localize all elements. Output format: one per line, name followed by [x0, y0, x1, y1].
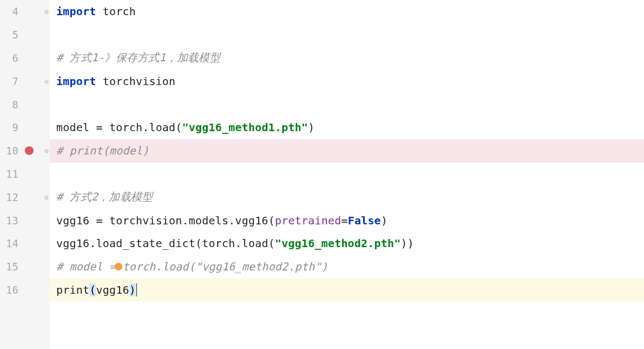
token-id: model — [56, 121, 96, 134]
fold-icon[interactable]: ⊖ — [44, 77, 49, 85]
gutter-row[interactable]: 4⊖ — [0, 0, 50, 23]
token-op: = — [341, 214, 347, 227]
code-line[interactable] — [50, 93, 644, 116]
code-line[interactable]: vgg16 = torchvision.models.vgg16(pretrai… — [50, 209, 644, 232]
gutter: 4⊖567⊖8910⊖1112⊖13141516 — [0, 0, 50, 349]
line-number: 7 — [0, 75, 22, 87]
line-number: 14 — [0, 237, 22, 249]
gutter-row[interactable]: 12⊖ — [0, 185, 50, 209]
token-kw: import — [56, 5, 96, 18]
gutter-row[interactable]: 13 — [0, 209, 50, 232]
code-line[interactable]: # 方式1-》保存方式1，加载模型 — [50, 47, 644, 70]
fold-icon[interactable]: ⊖ — [44, 147, 49, 155]
gutter-row[interactable]: 9 — [0, 116, 50, 139]
token-paren-hl: ( — [89, 283, 96, 296]
code-line[interactable]: # model = torch.load("vgg16_method2.pth"… — [50, 255, 644, 279]
token-call: torch.load( — [103, 121, 182, 134]
token-call: print — [56, 283, 89, 296]
fold-icon[interactable]: ⊖ — [44, 8, 49, 16]
token-kw: import — [56, 75, 96, 88]
code-line[interactable]: import torch — [50, 0, 644, 23]
token-call: ) — [381, 214, 387, 227]
code-line[interactable]: print(vgg16) — [50, 279, 644, 302]
token-call: ) — [308, 121, 314, 134]
code-line[interactable]: # 方式2，加载模型 — [50, 185, 644, 209]
code-line[interactable]: # print(model) — [50, 139, 644, 163]
gutter-row[interactable]: 10⊖ — [0, 139, 50, 163]
line-number: 15 — [0, 261, 22, 273]
gutter-row[interactable]: 6 — [0, 47, 50, 70]
token-str: "vgg16_method2.pth" — [275, 237, 401, 250]
line-number: 9 — [0, 121, 22, 133]
token-id: vgg16 — [56, 214, 96, 227]
gutter-row[interactable]: 15 — [0, 255, 50, 279]
token-op: = — [96, 121, 102, 134]
token-str: "vgg16_method1.pth" — [182, 121, 308, 134]
line-number: 13 — [0, 215, 22, 227]
token-paren-hl: ) — [129, 283, 136, 296]
gutter-row[interactable]: 8 — [0, 93, 50, 116]
token-comment: # model = torch.load("vgg16_method2.pth"… — [56, 260, 328, 273]
token-id: torchvision — [96, 75, 175, 88]
code-line[interactable] — [50, 163, 644, 186]
code-line[interactable]: model = torch.load("vgg16_method1.pth") — [50, 116, 644, 139]
token-call: torchvision.models.vgg16( — [103, 214, 275, 227]
line-number: 4 — [0, 5, 22, 17]
gutter-row[interactable]: 14 — [0, 232, 50, 255]
line-number: 12 — [0, 191, 22, 203]
gutter-row[interactable]: 16 — [0, 279, 50, 302]
token-comment: # 方式2，加载模型 — [56, 190, 153, 204]
line-number: 8 — [0, 99, 22, 111]
token-kw: False — [348, 214, 381, 227]
code-line[interactable]: vgg16.load_state_dict(torch.load("vgg16_… — [50, 232, 644, 255]
line-number: 11 — [0, 168, 22, 180]
breakpoint-icon[interactable] — [25, 146, 34, 155]
fold-icon[interactable]: ⊖ — [44, 193, 49, 201]
token-id: torch — [96, 5, 135, 18]
code-line[interactable]: import torchvision — [50, 69, 644, 93]
token-id: vgg16 — [96, 283, 129, 296]
token-comment: # 方式1-》保存方式1，加载模型 — [56, 50, 221, 65]
intention-bulb-icon[interactable] — [115, 263, 122, 270]
code-editor[interactable]: import torch# 方式1-》保存方式1，加载模型import torc… — [50, 0, 644, 349]
token-call: )) — [401, 237, 414, 250]
token-comment: # print(model) — [56, 144, 149, 157]
token-kwarg: pretrained — [275, 214, 341, 227]
gutter-row[interactable]: 5 — [0, 23, 50, 47]
gutter-row[interactable]: 7⊖ — [0, 69, 50, 93]
token-op: = — [96, 214, 102, 227]
line-number: 10 — [0, 145, 22, 157]
line-number: 6 — [0, 52, 22, 64]
gutter-row[interactable]: 11 — [0, 163, 50, 186]
code-line[interactable] — [50, 23, 644, 47]
token-call: vgg16.load_state_dict(torch.load( — [56, 237, 275, 250]
text-caret — [136, 283, 137, 296]
line-number: 16 — [0, 284, 22, 296]
line-number: 5 — [0, 29, 22, 41]
